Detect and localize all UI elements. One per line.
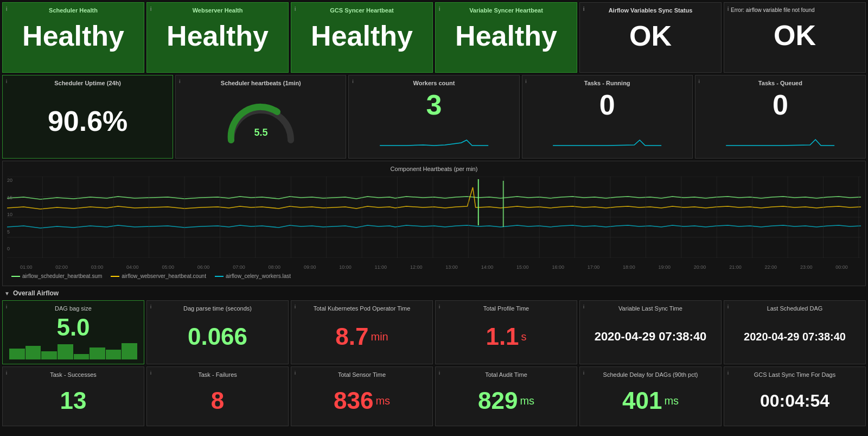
dag-parse-time-title: Dag parse time (seconds) <box>154 305 282 312</box>
tasks-queued-sparkline <box>702 121 859 154</box>
x-label-17: 17:00 <box>588 264 600 270</box>
info-icon-workers: i <box>352 79 353 84</box>
section-title: Overall Airflow <box>13 289 59 297</box>
total-sensor-time-title: Total Sensor Time <box>298 371 426 378</box>
workers-count-title: Workers count <box>355 80 512 86</box>
schedule-delay-title: Schedule Delay for DAGs (90th pct) <box>586 371 714 378</box>
task-failures-title: Task - Failures <box>154 371 282 378</box>
tasks-queued-title: Tasks - Queued <box>702 80 859 86</box>
legend-scheduler: airflow_scheduler_heartbeat.sum <box>11 273 102 279</box>
info-icon-tasks-queued: i <box>699 79 700 84</box>
gcs-last-sync-title: GCS Last Sync Time For Dags <box>731 371 859 378</box>
x-label-09: 09:00 <box>304 264 316 270</box>
metrics-row: i Scheduler Uptime (24h) 90.6% i Schedul… <box>2 75 866 159</box>
tasks-running-sparkline-svg <box>537 137 678 154</box>
x-label-04: 04:00 <box>126 264 139 270</box>
info-icon-k8s: i <box>295 304 296 309</box>
x-label-14: 14:00 <box>481 264 494 270</box>
x-label-08: 08:00 <box>269 264 281 270</box>
sensor-time-unit: ms <box>375 395 390 407</box>
last-scheduled-dag-title: Last Scheduled DAG <box>731 305 859 312</box>
y-label-5: 5 <box>7 229 20 235</box>
x-label-05: 05:00 <box>162 264 174 270</box>
info-icon-task-failures: i <box>150 370 151 376</box>
dag-bag-size-card: i DAG bag size 5.0 <box>2 300 144 364</box>
total-profile-time-unit: s <box>521 331 527 343</box>
mini-bar-4 <box>58 344 73 359</box>
chart-title: Component Heartbeats (per min) <box>7 166 861 172</box>
legend-webserver: airflow_webserver_heartbeat.count <box>111 273 206 279</box>
audit-time-unit: ms <box>520 395 534 407</box>
heartbeats-chart-panel: Component Heartbeats (per min) 20 15 10 … <box>2 161 866 286</box>
error-card-value: OK <box>731 18 859 52</box>
overall-row-2: i Task - Successes 13 i Task - Failures … <box>2 367 866 426</box>
airflow-variables-sync-card: i Airflow Variables Sync Status OK <box>579 2 722 73</box>
workers-count-value: 3 <box>355 89 512 121</box>
info-icon-gcs-sync: i <box>727 370 729 376</box>
dag-bag-size-value: 5.0 <box>9 314 137 341</box>
k8s-pod-time-card: i Total Kubernetes Pod Operator Time 8.7… <box>291 300 433 364</box>
legend-color-webserver <box>111 276 119 277</box>
info-icon-scheduler: i <box>6 6 7 12</box>
chart-area: 20 15 10 5 0 <box>7 176 861 263</box>
x-label-13: 13:00 <box>445 264 458 270</box>
mini-bar-5 <box>74 354 90 359</box>
error-card: i Error: airflow variable file not found… <box>724 2 866 73</box>
y-label-10: 10 <box>7 212 20 217</box>
variable-last-sync-title: Variable Last Sync Time <box>586 305 714 312</box>
overall-row-1: i DAG bag size 5.0 i Dag parse time (sec… <box>2 300 866 364</box>
task-failures-value: 8 <box>154 380 282 421</box>
total-profile-time-value: 1.1s <box>442 314 570 359</box>
webserver-health-value: Healthy <box>154 19 282 53</box>
info-icon-dag-parse: i <box>150 304 151 309</box>
error-card-title: Error: airflow variable file not found <box>731 7 859 13</box>
top-status-row: i Scheduler Health Healthy i Webserver H… <box>2 2 866 73</box>
tasks-running-sparkline <box>529 121 686 154</box>
workers-sparkline <box>355 121 512 154</box>
total-audit-time-value: 829ms <box>442 380 570 421</box>
total-profile-time-card: i Total Profile Time 1.1s <box>435 300 577 364</box>
total-sensor-time-card: i Total Sensor Time 836ms <box>291 367 433 426</box>
x-label-12: 12:00 <box>410 264 423 270</box>
variable-last-sync-value: 2020-04-29 07:38:40 <box>586 314 714 359</box>
info-icon-schedule-delay: i <box>583 370 584 376</box>
scheduler-heartbeats-title: Scheduler heartbeats (1min) <box>182 80 339 86</box>
legend-celery: airflow_celery_workers.last <box>215 273 291 279</box>
gcs-syncer-card: i GCS Syncer Heartbeat Healthy <box>291 2 433 73</box>
x-label-06: 06:00 <box>197 264 210 270</box>
variable-last-sync-card: i Variable Last Sync Time 2020-04-29 07:… <box>579 300 722 364</box>
tasks-running-title: Tasks - Running <box>529 80 686 86</box>
x-label-00: 00:00 <box>835 264 848 270</box>
tasks-queued-card: i Tasks - Queued 0 <box>695 75 866 159</box>
last-scheduled-dag-card: i Last Scheduled DAG 2020-04-29 07:38:40 <box>724 300 866 364</box>
scheduler-health-title: Scheduler Health <box>9 7 137 14</box>
info-icon-audit-time: i <box>439 370 440 376</box>
info-icon-error: i <box>727 6 729 12</box>
x-label-15: 15:00 <box>516 264 529 270</box>
gauge-svg: 5.5 <box>223 97 299 146</box>
scheduler-health-value: Healthy <box>9 19 137 53</box>
mini-bar-2 <box>25 346 41 359</box>
webserver-health-card: i Webserver Health Healthy <box>146 2 289 73</box>
legend-label-celery: airflow_celery_workers.last <box>226 273 291 279</box>
gcs-last-sync-card: i GCS Last Sync Time For Dags 00:04:54 <box>724 367 866 426</box>
gauge-container: 5.5 <box>182 89 339 154</box>
total-profile-time-title: Total Profile Time <box>442 305 570 312</box>
info-icon-var-sync: i <box>583 304 584 309</box>
info-icon-sensor-time: i <box>295 370 296 376</box>
info-icon-webserver: i <box>150 6 151 12</box>
y-label-15: 15 <box>7 195 20 200</box>
dag-parse-time-value: 0.066 <box>154 314 282 359</box>
k8s-pod-time-value: 8.7min <box>298 314 426 359</box>
x-label-22: 22:00 <box>765 264 777 270</box>
task-successes-value: 13 <box>9 380 137 421</box>
mini-bar-3 <box>41 351 57 359</box>
x-label-21: 21:00 <box>729 264 742 270</box>
info-icon-gcs: i <box>295 6 296 12</box>
tasks-running-value: 0 <box>529 89 686 121</box>
k8s-pod-time-unit: min <box>371 331 388 343</box>
info-icon-airflow-sync: i <box>583 6 584 12</box>
k8s-pod-time-title: Total Kubernetes Pod Operator Time <box>298 305 426 312</box>
last-scheduled-dag-value: 2020-04-29 07:38:40 <box>731 314 859 359</box>
info-icon-heartbeats: i <box>179 79 180 84</box>
